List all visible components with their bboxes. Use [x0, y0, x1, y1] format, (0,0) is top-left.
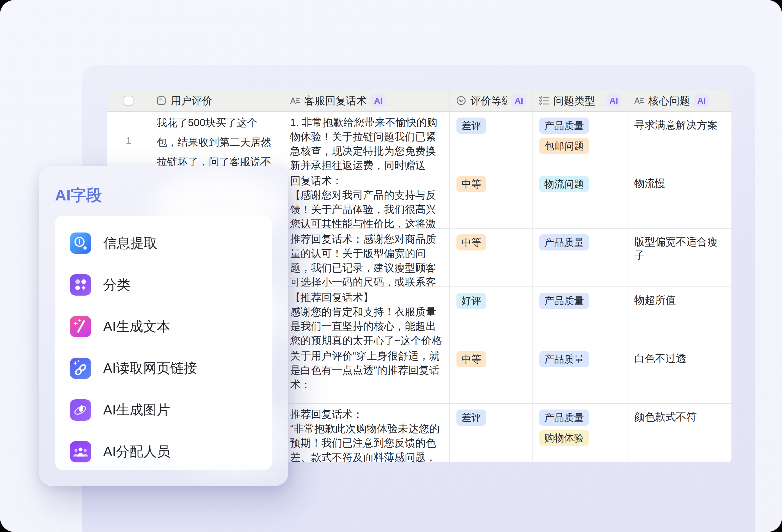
ai-field-option-ai-read-weblink[interactable]: AI读取网页链接: [55, 353, 273, 384]
cell-problem-type[interactable]: 产品质量: [533, 228, 628, 287]
rating-badge: 中等: [456, 234, 486, 250]
multi-select-icon: [538, 95, 550, 106]
cell-core-issue[interactable]: 物流慢: [628, 170, 732, 228]
select-all-checkbox[interactable]: [123, 96, 134, 106]
cell-reply-script[interactable]: 【推荐回复话术】 感谢您的肯定和支持！衣服质量是我们一直坚持的核心，能超出您的预…: [283, 287, 450, 345]
type-badge: 产品质量: [539, 293, 589, 309]
column-header-user-review[interactable]: 用户评价: [150, 90, 283, 112]
app-window: 用户评价 客服回复话术 AI 评价等级... AI: [0, 0, 782, 532]
header-select-all-cell[interactable]: [107, 90, 150, 112]
panel-title: AI字段: [55, 185, 102, 206]
type-badge: 购物体验: [539, 430, 589, 446]
ai-field-option-classify[interactable]: 分类: [55, 269, 273, 300]
type-badge: 产品质量: [539, 351, 589, 367]
cell-rating[interactable]: 差评: [450, 404, 533, 462]
rating-badge: 差评: [456, 410, 486, 426]
classify-icon: [70, 274, 91, 295]
ai-field-badge: AI: [371, 94, 386, 107]
ai-field-badge: AI: [511, 94, 526, 107]
ai-text-field-icon: [633, 95, 645, 106]
column-label: 核心问题: [648, 94, 690, 108]
ai-fields-panel: AI字段 信息提取: [39, 166, 288, 486]
text-field-icon: [155, 95, 167, 106]
info-extract-icon: [70, 233, 91, 254]
cell-core-issue[interactable]: 颜色款式不符: [628, 404, 732, 462]
rating-badge: 好评: [456, 293, 486, 309]
cell-problem-type[interactable]: 产品质量 包邮问题: [533, 112, 628, 170]
column-header-core-issue[interactable]: 核心问题 AI: [628, 90, 732, 112]
type-badge: 产品质量: [539, 410, 589, 426]
cell-core-issue[interactable]: 物超所值: [628, 287, 732, 345]
ai-field-badge: AI: [694, 94, 709, 107]
ai-field-option-ai-assign-person[interactable]: AI分配人员: [55, 436, 273, 467]
cell-reply-script[interactable]: 关于用户评价“穿上身很舒适，就是白色有一点点透”的推荐回复话术： 【回复模板】.…: [283, 345, 450, 404]
cell-problem-type[interactable]: 物流问题: [533, 170, 628, 228]
column-label: 问题类型（...: [554, 94, 602, 108]
rating-badge: 差评: [456, 117, 486, 134]
type-badge: 产品质量: [539, 234, 589, 250]
cell-rating[interactable]: 中等: [450, 228, 533, 287]
column-label: 评价等级...: [470, 94, 507, 108]
cell-rating[interactable]: 中等: [450, 345, 533, 404]
column-label: 客服回复话术: [304, 94, 367, 108]
cell-user-review[interactable]: 我花了500块买了这个包，结果收到第二天居然拉链坏了，问了客服说不支持包邮换货，…: [150, 112, 283, 170]
cell-rating[interactable]: 中等: [450, 170, 533, 228]
cell-problem-type[interactable]: 产品质量 购物体验: [533, 404, 628, 462]
ai-text-field-icon: [289, 95, 300, 106]
ai-field-option-ai-generate-image[interactable]: AI生成图片: [55, 394, 273, 426]
column-label: 用户评价: [171, 94, 212, 108]
cell-reply-script[interactable]: 推荐回复话术：感谢您对商品质量的认可！关于版型偏宽的问题，我们已记录，建议瘦型顾…: [283, 228, 450, 287]
ai-fields-list: 信息提取 分类: [55, 216, 273, 470]
rating-badge: 中等: [456, 351, 486, 367]
column-header-problem-type[interactable]: 问题类型（... AI: [533, 90, 628, 112]
type-badge: 包邮问题: [539, 138, 589, 154]
ai-field-option-info-extract[interactable]: 信息提取: [55, 227, 273, 259]
ai-generate-text-icon: [70, 316, 91, 337]
ai-assign-person-icon: [70, 441, 91, 462]
single-select-icon: [455, 95, 467, 106]
row-number-cell[interactable]: 1: [107, 112, 150, 170]
ai-read-weblink-icon: [70, 358, 91, 379]
cell-reply-script[interactable]: 1. 非常抱歉给您带来不愉快的购物体验！关于拉链问题我们已紧急核查，现决定特批为…: [283, 112, 450, 170]
cell-problem-type[interactable]: 产品质量: [533, 287, 628, 345]
cell-reply-script[interactable]: 回复话术： 【感谢您对我司产品的支持与反馈！关于产品体验，我们很高兴您认可其性能…: [283, 170, 450, 228]
type-badge: 物流问题: [539, 176, 589, 192]
ai-field-option-ai-generate-text[interactable]: AI生成文本: [55, 311, 273, 342]
ai-field-badge: AI: [606, 94, 621, 107]
cell-problem-type[interactable]: 产品质量: [533, 345, 628, 404]
cell-core-issue[interactable]: 版型偏宽不适合瘦子: [628, 228, 732, 287]
type-badge: 产品质量: [539, 117, 589, 134]
cell-rating[interactable]: 差评: [450, 112, 533, 170]
cell-rating[interactable]: 好评: [450, 287, 533, 345]
cell-core-issue[interactable]: 寻求满意解决方案: [628, 112, 732, 170]
column-header-reply-script[interactable]: 客服回复话术 AI: [283, 90, 450, 112]
rating-badge: 中等: [456, 176, 486, 192]
column-header-rating-level[interactable]: 评价等级... AI: [450, 90, 533, 112]
cell-core-issue[interactable]: 白色不过透: [628, 345, 732, 404]
ai-generate-image-icon: [70, 399, 91, 421]
cell-reply-script[interactable]: 推荐回复话术： “非常抱歉此次购物体验未达您的预期！我们已注意到您反馈的色差、款…: [283, 404, 450, 462]
